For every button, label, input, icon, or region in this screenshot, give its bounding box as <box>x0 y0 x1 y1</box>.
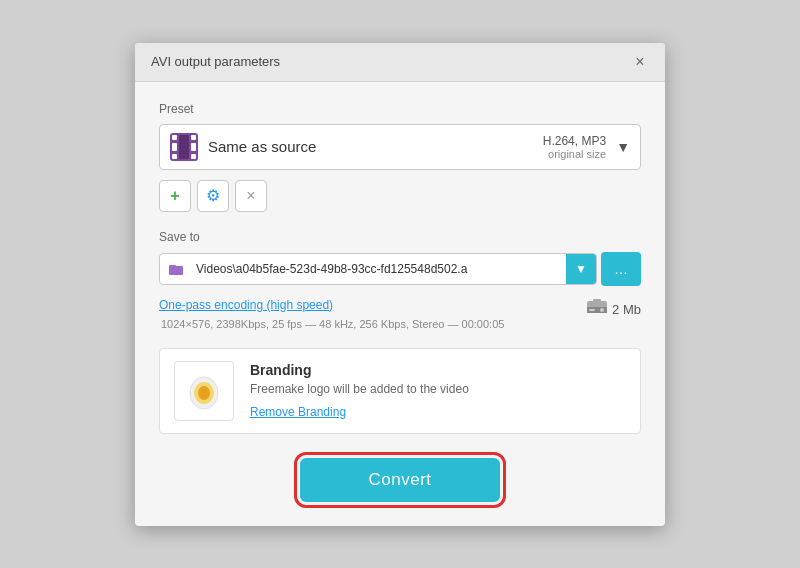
file-size-info: 2 Mb <box>586 298 641 321</box>
filepath-text: Videos\a04b5fae-523d-49b8-93cc-fd125548d… <box>192 256 566 282</box>
folder-icon <box>160 255 192 283</box>
gear-icon: ⚙ <box>206 186 220 205</box>
hdd-icon <box>586 298 608 321</box>
settings-preset-button[interactable]: ⚙ <box>197 180 229 212</box>
dropdown-arrow-icon: ▼ <box>575 262 587 276</box>
browse-icon: … <box>614 261 628 277</box>
svg-rect-5 <box>172 143 177 151</box>
svg-rect-7 <box>179 135 189 159</box>
save-to-row: Videos\a04b5fae-523d-49b8-93cc-fd125548d… <box>159 252 641 286</box>
dialog-overlay: AVI output parameters × Preset <box>0 0 800 568</box>
svg-rect-4 <box>191 154 196 159</box>
preset-actions: + ⚙ × <box>159 180 641 212</box>
svg-rect-13 <box>589 309 595 311</box>
filepath-wrapper: Videos\a04b5fae-523d-49b8-93cc-fd125548d… <box>159 253 597 285</box>
encoding-row: One-pass encoding (high speed) 1024×576,… <box>159 298 641 348</box>
add-preset-button[interactable]: + <box>159 180 191 212</box>
svg-point-12 <box>600 308 604 312</box>
preset-section-label: Preset <box>159 102 641 116</box>
convert-button[interactable]: Convert <box>300 458 500 502</box>
close-button[interactable]: × <box>631 53 649 71</box>
encoding-info: One-pass encoding (high speed) 1024×576,… <box>159 298 504 332</box>
encoding-link[interactable]: One-pass encoding (high speed) <box>159 298 504 312</box>
dialog: AVI output parameters × Preset <box>135 43 665 526</box>
remove-branding-link[interactable]: Remove Branding <box>250 405 346 419</box>
preset-dropdown[interactable]: Same as source H.264, MP3 original size … <box>159 124 641 170</box>
branding-description: Freemake logo will be added to the video <box>250 382 626 396</box>
svg-rect-2 <box>191 135 196 140</box>
svg-rect-6 <box>191 143 196 151</box>
svg-rect-1 <box>172 135 177 140</box>
preset-left: Same as source <box>170 133 316 161</box>
preset-name: Same as source <box>208 138 316 155</box>
add-icon: + <box>170 187 179 205</box>
convert-button-wrapper: Convert <box>159 454 641 502</box>
branding-section: Branding Freemake logo will be added to … <box>159 348 641 434</box>
preset-info: H.264, MP3 original size <box>543 134 606 160</box>
branding-title: Branding <box>250 362 626 378</box>
browse-button[interactable]: … <box>601 252 641 286</box>
filepath-dropdown-button[interactable]: ▼ <box>566 254 596 284</box>
dialog-body: Preset <box>135 82 665 526</box>
chevron-down-icon: ▼ <box>616 139 630 155</box>
file-size-value: 2 Mb <box>612 302 641 317</box>
branding-logo <box>174 361 234 421</box>
encoding-details: 1024×576, 2398Kbps, 25 fps — 48 kHz, 256… <box>161 318 504 330</box>
preset-size: original size <box>543 148 606 160</box>
preset-codec: H.264, MP3 <box>543 134 606 148</box>
save-to-label: Save to <box>159 230 641 244</box>
svg-rect-3 <box>172 154 177 159</box>
film-icon <box>170 133 198 161</box>
dialog-titlebar: AVI output parameters × <box>135 43 665 82</box>
branding-info: Branding Freemake logo will be added to … <box>250 362 626 420</box>
svg-point-17 <box>198 386 210 400</box>
dialog-title: AVI output parameters <box>151 54 280 69</box>
svg-rect-14 <box>593 299 601 302</box>
svg-rect-9 <box>169 266 183 275</box>
preset-right: H.264, MP3 original size ▼ <box>543 134 630 160</box>
remove-preset-button[interactable]: × <box>235 180 267 212</box>
remove-icon: × <box>246 187 255 205</box>
